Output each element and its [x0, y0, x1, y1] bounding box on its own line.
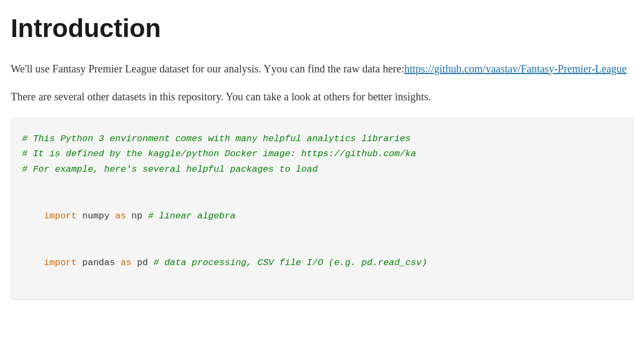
as-keyword-2: as [121, 258, 131, 268]
intro-text-before-link: We'll use Fantasy Premier League dataset… [11, 63, 404, 75]
code-comment-1: # This Python 3 environment comes with m… [22, 131, 622, 147]
pandas-alias: pd [131, 258, 153, 268]
blank-line-1 [22, 178, 622, 193]
numpy-module: numpy [77, 211, 115, 221]
secondary-paragraph: There are several other datasets in this… [11, 88, 633, 105]
code-comment-2: # It is defined by the kaggle/python Doc… [22, 146, 622, 162]
import-keyword-1: import [44, 211, 77, 221]
numpy-comment: # linear algebra [148, 211, 236, 221]
code-block: # This Python 3 environment comes with m… [11, 118, 633, 300]
pandas-comment: # data processing, CSV file I/O (e.g. pd… [153, 258, 427, 268]
code-import-numpy: import numpy as np # linear algebra [22, 193, 622, 240]
as-keyword-1: as [115, 211, 126, 221]
code-comment-3: # For example, here's several helpful pa… [22, 162, 622, 178]
numpy-alias: np [126, 211, 148, 221]
intro-paragraph: We'll use Fantasy Premier League dataset… [11, 60, 633, 77]
pandas-module: pandas [77, 258, 121, 268]
import-keyword-2: import [44, 258, 77, 268]
github-link[interactable]: https://github.com/vaastav/Fantasy-Premi… [404, 63, 627, 75]
page-title: Introduction [11, 13, 633, 44]
code-import-pandas: import pandas as pd # data processing, C… [22, 240, 622, 287]
